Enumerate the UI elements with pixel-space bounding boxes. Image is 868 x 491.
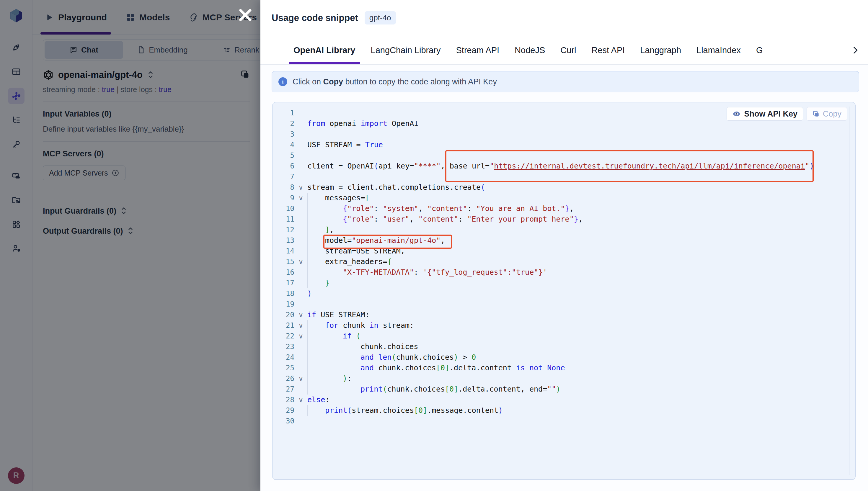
modal-tab-stream-api[interactable]: Stream API: [448, 36, 507, 64]
fold-gutter: [295, 203, 307, 214]
modal-title: Usage code snippet: [272, 13, 358, 23]
line-number: 19: [273, 299, 295, 310]
code-line-10: 10{"role": "system", "content": "You are…: [273, 203, 855, 214]
code-text: if (: [307, 331, 361, 341]
code-line-29: 29print(stream.choices[0].message.conten…: [273, 405, 855, 416]
modal-tab-openai-library[interactable]: OpenAI Library: [286, 36, 363, 64]
modal-tab-langchain-library[interactable]: LangChain Library: [363, 36, 448, 64]
model-badge: gpt-4o: [365, 11, 396, 25]
info-banner-text: Click on Copy button to copy the code al…: [292, 77, 497, 86]
code-line-17: 17}: [273, 278, 855, 288]
fold-chevron-icon[interactable]: ∨: [295, 182, 307, 193]
fold-gutter: [295, 118, 307, 129]
code-text: extra_headers={: [307, 256, 392, 267]
line-number: 2: [273, 118, 295, 129]
code-text: print(stream.choices[0].message.content): [307, 405, 503, 416]
fold-chevron-icon[interactable]: ∨: [295, 256, 307, 267]
line-number: 28: [273, 395, 295, 405]
line-number: 6: [273, 161, 295, 171]
fold-gutter: [295, 129, 307, 140]
code-text: else:: [307, 395, 330, 405]
app-root: R PlaygroundModelsMCP Servers ChatEmbedd…: [0, 0, 868, 491]
code-text: stream = client.chat.completions.create(: [307, 182, 485, 193]
fold-gutter: [295, 150, 307, 161]
modal-tab-rest-api[interactable]: Rest API: [584, 36, 633, 64]
fold-gutter: [295, 288, 307, 299]
code-text: and chunk.choices[0].delta.content is no…: [307, 363, 565, 373]
line-number: 23: [273, 341, 295, 352]
eye-icon: [732, 110, 741, 118]
line-number: 27: [273, 384, 295, 395]
code-text: }: [307, 278, 330, 288]
code-text: chunk.choices: [307, 341, 418, 352]
fold-gutter: [295, 352, 307, 363]
line-number: 15: [273, 256, 295, 267]
line-number: 20: [273, 310, 295, 320]
code-line-26: 26∨):: [273, 373, 855, 384]
modal-tab-llamaindex[interactable]: LlamaIndex: [689, 36, 749, 64]
code-line-30: 30: [273, 416, 855, 426]
line-number: 16: [273, 267, 295, 278]
line-number: 1: [273, 108, 295, 118]
code-panel: Show API Key Copy 12from openai import O…: [272, 102, 856, 480]
code-editor[interactable]: 12from openai import OpenAI34USE_STREAM …: [273, 103, 855, 480]
code-text: {"role": "system", "content": "You are a…: [307, 203, 574, 214]
line-number: 24: [273, 352, 295, 363]
fold-gutter: [295, 267, 307, 278]
fold-gutter: [295, 140, 307, 150]
info-banner: i Click on Copy button to copy the code …: [272, 71, 859, 92]
fold-chevron-icon[interactable]: ∨: [295, 331, 307, 341]
tabs-scroll-right-icon[interactable]: [850, 45, 860, 55]
line-number: 3: [273, 129, 295, 140]
fold-gutter: [295, 235, 307, 246]
close-modal-button[interactable]: [237, 7, 253, 23]
code-line-3: 3: [273, 129, 855, 140]
modal-tab-nodejs[interactable]: NodeJS: [507, 36, 553, 64]
code-text: client = OpenAI(api_key="****", base_url…: [307, 161, 814, 171]
modal-tab-langgraph[interactable]: Langgraph: [633, 36, 689, 64]
code-line-24: 24and len(chunk.choices) > 0: [273, 352, 855, 363]
modal-tab-g[interactable]: G: [749, 36, 771, 64]
fold-chevron-icon[interactable]: ∨: [295, 310, 307, 320]
modal-tab-bar: OpenAI LibraryLangChain LibraryStream AP…: [260, 36, 868, 65]
code-line-20: 20∨if USE_STREAM:: [273, 310, 855, 320]
line-number: 13: [273, 235, 295, 246]
line-number: 29: [273, 405, 295, 416]
fold-gutter: [295, 171, 307, 182]
modal-body: i Click on Copy button to copy the code …: [260, 65, 868, 491]
fold-gutter: [295, 214, 307, 225]
fold-gutter: [295, 405, 307, 416]
code-scrollbar[interactable]: [849, 107, 849, 475]
code-text: {"role": "user", "content": "Enter your …: [307, 214, 583, 225]
fold-chevron-icon[interactable]: ∨: [295, 320, 307, 331]
usage-code-snippet-modal: Usage code snippet gpt-4o OpenAI Library…: [260, 0, 868, 491]
info-icon: i: [278, 77, 287, 86]
show-api-key-button[interactable]: Show API Key: [727, 107, 803, 121]
code-line-13: 13model="openai-main/gpt-4o",: [273, 235, 855, 246]
code-text: ): [307, 288, 312, 299]
fold-chevron-icon[interactable]: ∨: [295, 395, 307, 405]
line-number: 25: [273, 363, 295, 373]
code-line-15: 15∨extra_headers={: [273, 256, 855, 267]
code-line-19: 19: [273, 299, 855, 310]
line-number: 21: [273, 320, 295, 331]
code-line-8: 8∨stream = client.chat.completions.creat…: [273, 182, 855, 193]
fold-gutter: [295, 108, 307, 118]
code-line-21: 21∨for chunk in stream:: [273, 320, 855, 331]
code-text: ):: [307, 373, 352, 384]
code-line-28: 28∨else:: [273, 395, 855, 405]
modal-backdrop[interactable]: [0, 0, 260, 491]
code-line-7: 7: [273, 171, 855, 182]
code-line-23: 23chunk.choices: [273, 341, 855, 352]
line-number: 7: [273, 171, 295, 182]
close-icon: [237, 7, 253, 23]
line-number: 26: [273, 373, 295, 384]
fold-gutter: [295, 416, 307, 426]
code-line-27: 27print(chunk.choices[0].delta.content, …: [273, 384, 855, 395]
line-number: 12: [273, 225, 295, 235]
fold-chevron-icon[interactable]: ∨: [295, 193, 307, 203]
copy-code-button[interactable]: Copy: [807, 107, 847, 121]
modal-tab-curl[interactable]: Curl: [553, 36, 584, 64]
fold-chevron-icon[interactable]: ∨: [295, 373, 307, 384]
code-text: for chunk in stream:: [307, 320, 414, 331]
